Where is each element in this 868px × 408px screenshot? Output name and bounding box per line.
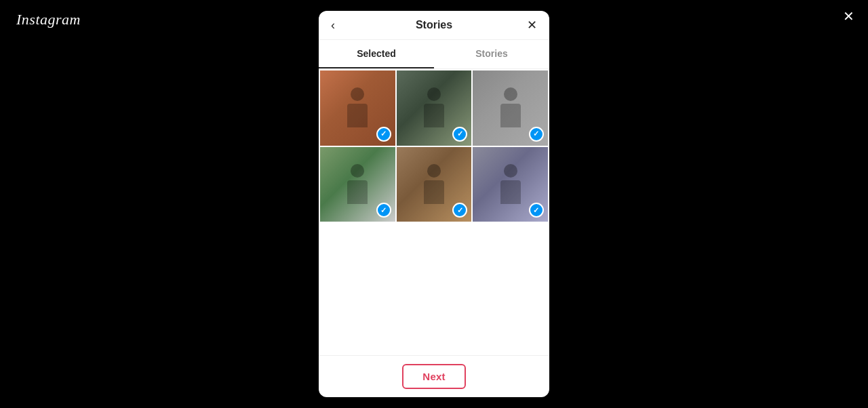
modal-back-button[interactable]: ‹ (328, 16, 338, 34)
check-badge-2 (452, 127, 467, 142)
modal-tabs: Selected Stories (319, 40, 549, 69)
next-button[interactable]: Next (402, 364, 465, 389)
check-badge-4 (376, 203, 391, 218)
empty-space (319, 223, 549, 264)
photo-item-1[interactable] (320, 70, 395, 146)
tab-stories[interactable]: Stories (434, 40, 549, 68)
photo-item-5[interactable] (397, 147, 472, 222)
stories-modal: ‹ Stories ✕ Selected Stories (319, 11, 549, 397)
photo-item-6[interactable] (473, 147, 548, 222)
modal-footer: Next (319, 355, 549, 397)
photo-item-2[interactable] (397, 70, 472, 146)
check-badge-3 (529, 127, 544, 142)
modal-overlay: ‹ Stories ✕ Selected Stories (0, 0, 868, 408)
modal-title: Stories (416, 19, 452, 31)
photo-grid (319, 69, 549, 223)
modal-close-button[interactable]: ✕ (524, 16, 540, 34)
photo-item-4[interactable] (320, 147, 395, 222)
modal-header: ‹ Stories ✕ (319, 11, 549, 40)
modal-content[interactable] (319, 69, 549, 355)
tab-selected[interactable]: Selected (319, 40, 434, 68)
check-badge-1 (376, 127, 391, 142)
photo-item-3[interactable] (473, 70, 548, 146)
